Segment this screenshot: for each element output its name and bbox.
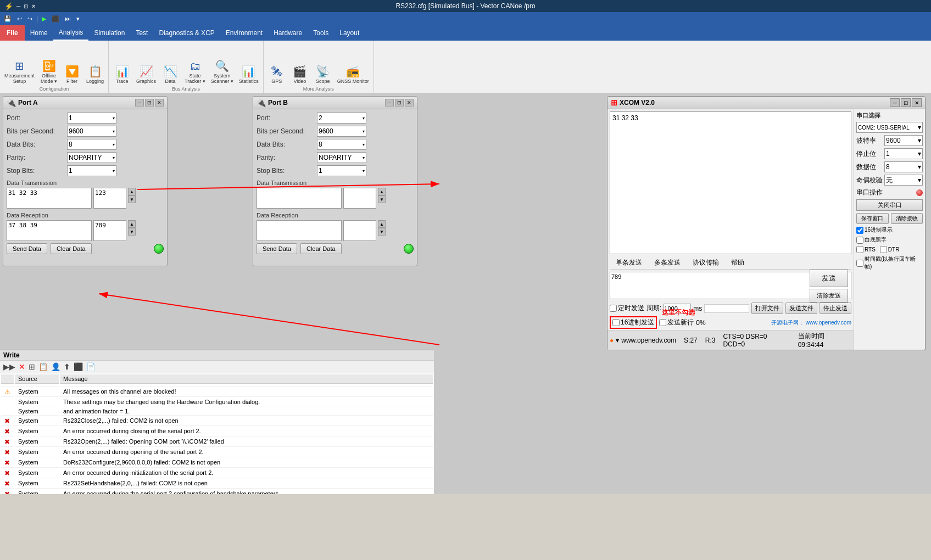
ribbon-system-scanner[interactable]: 🔍 SystemScanner ▾	[209, 58, 236, 85]
ribbon-data[interactable]: 📉 Data	[159, 64, 181, 85]
ribbon-scope[interactable]: 📡 Scope	[312, 64, 334, 85]
qa-step[interactable]: ⏭	[63, 15, 73, 23]
xcom-clear-recv-btn[interactable]: 清除接收	[891, 213, 923, 224]
port-a-rx-right[interactable]: 789	[93, 220, 126, 241]
xcom-tab-single[interactable]: 单条发送	[610, 256, 648, 269]
write-tool-run[interactable]: ▶▶	[2, 362, 16, 372]
port-b-rx-right[interactable]	[343, 220, 376, 241]
write-tool-copy[interactable]: 📋	[37, 362, 49, 372]
xcom-timestamp-check[interactable]: 时间戳(以换行回车断帧)	[856, 255, 923, 271]
qa-stop[interactable]: ⬛	[50, 15, 61, 23]
qa-redo[interactable]: ↪	[26, 15, 34, 23]
write-tool-doc[interactable]: 📄	[85, 362, 97, 372]
port-b-parity-select[interactable]: NOPARITY ▾	[317, 152, 366, 163]
xcom-stop-send-btn[interactable]: 停止发送	[819, 303, 851, 314]
ribbon-measurement-setup[interactable]: ⊞ MeasurementSetup	[2, 58, 37, 85]
port-a-send-btn[interactable]: Send Data	[7, 243, 47, 254]
port-b-rx-left[interactable]	[257, 220, 342, 241]
ribbon-logging[interactable]: 📋 Logging	[84, 64, 106, 85]
port-b-databits-select[interactable]: 8 ▾	[317, 139, 366, 150]
tb-minimize[interactable]: ─	[16, 3, 20, 9]
xcom-tab-multi[interactable]: 多条发送	[648, 256, 687, 269]
port-a-rx-scroll-down[interactable]: ▼	[128, 228, 136, 236]
port-a-bps-select[interactable]: 9600 ▾	[67, 126, 116, 137]
menu-tools[interactable]: Tools	[308, 25, 334, 41]
port-b-bps-select[interactable]: 9600 ▾	[317, 126, 366, 137]
xcom-white-bg-input[interactable]	[856, 237, 863, 244]
port-b-close[interactable]: ✕	[405, 99, 414, 107]
xcom-tab-help[interactable]: 帮助	[725, 256, 750, 269]
port-a-tx-scroll-up[interactable]: ▲	[128, 188, 136, 195]
xcom-op-btn[interactable]: 关闭串口	[856, 199, 923, 211]
xcom-close[interactable]: ✕	[912, 98, 922, 107]
write-tool-new[interactable]: ⊞	[27, 362, 36, 372]
xcom-stop-select[interactable]: 1 ▾	[884, 148, 923, 159]
port-b-rx-scroll-down[interactable]: ▼	[378, 228, 386, 236]
tb-close[interactable]: ✕	[31, 3, 36, 9]
xcom-minimize[interactable]: ─	[890, 98, 900, 107]
menu-home[interactable]: Home	[25, 25, 53, 41]
port-b-restore[interactable]: ⊡	[395, 99, 404, 107]
menu-simulation[interactable]: Simulation	[88, 25, 130, 41]
qa-save[interactable]: 💾	[2, 15, 13, 23]
ribbon-state-tracker[interactable]: 🗂 StateTracker ▾	[182, 59, 208, 85]
port-a-minimize[interactable]: ─	[135, 99, 144, 107]
menu-analysis[interactable]: Analysis	[53, 25, 89, 41]
port-a-restore[interactable]: ⊡	[145, 99, 154, 107]
port-b-minimize[interactable]: ─	[385, 99, 394, 107]
ribbon-offline-mode[interactable]: 📴 OfflineMode ▾	[38, 58, 60, 85]
xcom-open-file-btn[interactable]: 打开文件	[751, 303, 783, 314]
xcom-link[interactable]: 开源电子网： www.openedv.com	[771, 319, 851, 327]
port-a-tx-scroll-down[interactable]: ▼	[128, 195, 136, 203]
port-a-parity-select[interactable]: NOPARITY ▾	[67, 152, 116, 163]
xcom-rts-check[interactable]: RTS	[856, 246, 876, 253]
xcom-databits-select[interactable]: 8 ▾	[884, 161, 923, 172]
port-a-databits-select[interactable]: 8 ▾	[67, 139, 116, 150]
port-b-port-select[interactable]: 2 ▾	[317, 113, 366, 124]
xcom-timed-send-input[interactable]	[610, 305, 617, 312]
xcom-rts-input[interactable]	[856, 246, 863, 253]
port-a-stopbits-select[interactable]: 1 ▾	[67, 165, 116, 176]
xcom-baud-select[interactable]: 9600 ▾	[884, 135, 923, 146]
tb-restore[interactable]: ⊡	[24, 3, 28, 9]
xcom-newline-input[interactable]	[659, 319, 666, 326]
xcom-save-btn[interactable]: 保存窗口	[856, 213, 889, 224]
port-b-clear-btn[interactable]: Clear Data	[300, 243, 342, 254]
port-b-tx-scroll-down[interactable]: ▼	[378, 195, 386, 203]
xcom-dtr-input[interactable]	[880, 246, 887, 253]
port-b-tx-right[interactable]	[343, 188, 376, 209]
port-b-tx-scroll-up[interactable]: ▲	[378, 188, 386, 195]
xcom-hex-display-input[interactable]	[856, 227, 863, 234]
port-b-send-btn[interactable]: Send Data	[257, 243, 297, 254]
menu-layout[interactable]: Layout	[334, 25, 365, 41]
port-a-tx-left[interactable]: 31 32 33	[7, 188, 92, 209]
xcom-send-file-btn[interactable]: 发送文件	[785, 303, 817, 314]
xcom-hex-send-check[interactable]: 16进制发送	[610, 316, 657, 329]
ribbon-gnss[interactable]: 📻 GNSS Monitor	[335, 64, 371, 85]
port-b-rx-scroll-up[interactable]: ▲	[378, 220, 386, 228]
xcom-port-select[interactable]: COM2: USB-SERIAL ▾	[856, 122, 923, 133]
menu-diagnostics[interactable]: Diagnostics & XCP	[153, 25, 220, 41]
xcom-timestamp-input[interactable]	[856, 260, 863, 267]
write-tool-block[interactable]: ⬛	[73, 362, 84, 372]
ribbon-graphics[interactable]: 📈 Graphics	[134, 64, 158, 85]
port-a-clear-btn[interactable]: Clear Data	[51, 243, 92, 254]
xcom-send-main-btn[interactable]: 发送	[810, 270, 848, 287]
ribbon-trace[interactable]: 📊 Trace	[111, 64, 133, 85]
qa-more[interactable]: ▾	[75, 15, 81, 23]
port-b-tx-left[interactable]	[257, 188, 342, 209]
qa-undo[interactable]: ↩	[15, 15, 24, 23]
menu-hardware[interactable]: Hardware	[268, 25, 308, 41]
menu-test[interactable]: Test	[130, 25, 153, 41]
xcom-parity-select[interactable]: 无 ▾	[884, 175, 923, 186]
ribbon-video[interactable]: 🎬 Video	[289, 64, 311, 85]
port-a-port-select[interactable]: 1 ▾	[67, 113, 116, 124]
write-tool-user[interactable]: 👤	[50, 362, 62, 372]
port-a-tx-right[interactable]: 123	[93, 188, 126, 209]
qa-start[interactable]: ▶	[40, 15, 48, 23]
xcom-newline-check[interactable]: 发送新行	[659, 318, 694, 327]
ribbon-filter[interactable]: 🔽 Filter	[61, 64, 83, 85]
menu-environment[interactable]: Environment	[220, 25, 268, 41]
xcom-hex-send-input[interactable]	[612, 319, 620, 326]
port-a-close[interactable]: ✕	[155, 99, 164, 107]
